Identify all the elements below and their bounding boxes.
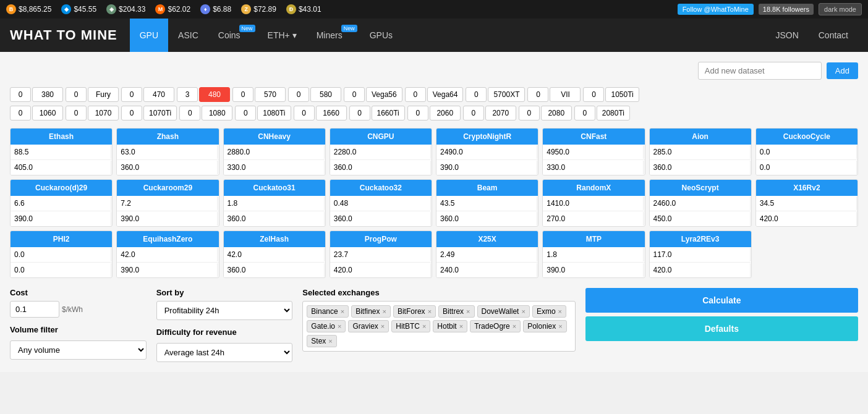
volume-select[interactable]: Any volume <box>10 340 147 360</box>
algo-hashrate-input[interactable] <box>224 145 324 159</box>
gpu-count-580[interactable] <box>288 87 309 102</box>
algo-header-ethash[interactable]: Ethash <box>11 129 112 145</box>
algo-power-input[interactable] <box>117 263 217 277</box>
dataset-input[interactable] <box>698 62 822 80</box>
exchange-remove[interactable]: × <box>341 308 344 315</box>
algo-header-cnheavy[interactable]: CNHeavy <box>224 129 325 145</box>
algo-power-input[interactable] <box>11 160 111 175</box>
algo-power-input[interactable] <box>117 160 217 175</box>
algo-header-mtp[interactable]: MTP <box>543 231 644 247</box>
algo-power-input[interactable] <box>224 160 324 175</box>
algo-header-cngpu[interactable]: CNGPU <box>330 129 432 145</box>
algo-hashrate-input[interactable] <box>756 145 856 159</box>
nav-gpus[interactable]: GPUs <box>360 19 402 52</box>
gpu-count-470[interactable] <box>121 87 142 102</box>
gpu-count-1050Ti[interactable] <box>583 87 604 102</box>
nav-gpu[interactable]: GPU <box>130 19 168 52</box>
algo-power-input[interactable] <box>224 211 324 226</box>
algo-header-zhash[interactable]: Zhash <box>117 129 218 145</box>
exchange-remove[interactable]: × <box>383 308 386 315</box>
gpu-count-Vega64[interactable] <box>405 87 426 102</box>
algo-power-input[interactable] <box>224 263 324 277</box>
gpu-count-2060[interactable] <box>407 106 428 120</box>
algo-header-x16rv2[interactable]: X16Rv2 <box>756 180 857 196</box>
algo-hashrate-input[interactable] <box>543 145 643 159</box>
algo-hashrate-input[interactable] <box>117 247 217 262</box>
algo-header-randomx[interactable]: RandomX <box>543 180 644 196</box>
algo-power-input[interactable] <box>330 211 430 226</box>
algo-hashrate-input[interactable] <box>224 247 324 262</box>
algo-power-input[interactable] <box>543 211 643 226</box>
gpu-count-2070[interactable] <box>463 106 484 120</box>
algo-power-input[interactable] <box>756 211 856 226</box>
exchange-remove[interactable]: × <box>338 323 341 330</box>
algo-header-x25x[interactable]: X25X <box>436 231 538 247</box>
algo-power-input[interactable] <box>650 263 750 277</box>
algo-hashrate-input[interactable] <box>436 145 537 159</box>
algo-power-input[interactable] <box>11 211 111 226</box>
algo-power-input[interactable] <box>117 211 217 226</box>
gpu-count-1070Ti[interactable] <box>121 106 142 120</box>
gpu-count-2080[interactable] <box>519 106 540 120</box>
algo-hashrate-input[interactable] <box>543 247 643 262</box>
algo-hashrate-input[interactable] <box>330 247 430 262</box>
diff-select[interactable]: Average last 24h <box>156 343 293 362</box>
exchange-remove[interactable]: × <box>381 323 385 330</box>
algo-hashrate-input[interactable] <box>11 196 111 211</box>
algo-power-input[interactable] <box>650 160 750 175</box>
gpu-count-Fury[interactable] <box>66 87 87 102</box>
gpu-count-Vega56[interactable] <box>344 87 365 102</box>
gpu-count-380[interactable] <box>10 87 31 102</box>
exchange-remove[interactable]: × <box>558 323 562 330</box>
exchange-remove[interactable]: × <box>521 308 525 315</box>
exchange-remove[interactable]: × <box>428 308 432 315</box>
algo-power-input[interactable] <box>543 263 643 277</box>
gpu-count-570[interactable] <box>232 87 253 102</box>
algo-hashrate-input[interactable] <box>11 145 111 159</box>
dark-mode-button[interactable]: dark mode <box>819 3 862 15</box>
algo-hashrate-input[interactable] <box>330 196 430 211</box>
algo-header-cuckoocycle[interactable]: CuckooCycle <box>756 129 857 145</box>
gpu-count-1080Ti[interactable] <box>235 106 256 120</box>
calculate-button[interactable]: Calculate <box>585 288 858 313</box>
algo-power-input[interactable] <box>436 211 537 226</box>
algo-header-phi2[interactable]: PHI2 <box>11 231 112 247</box>
algo-hashrate-input[interactable] <box>11 247 111 262</box>
algo-hashrate-input[interactable] <box>330 145 430 159</box>
gpu-count-2080Ti[interactable] <box>574 106 595 120</box>
algo-power-input[interactable] <box>436 263 537 277</box>
algo-header-cuckaroo-d-29[interactable]: Cuckaroo(d)29 <box>11 180 112 196</box>
algo-header-cuckatoo32[interactable]: Cuckatoo32 <box>330 180 432 196</box>
algo-power-input[interactable] <box>330 160 430 175</box>
nav-contact[interactable]: Contact <box>809 19 858 52</box>
algo-header-cuckaroom29[interactable]: Cuckaroom29 <box>117 180 218 196</box>
nav-asic[interactable]: ASIC <box>168 19 208 52</box>
gpu-count-1060[interactable] <box>10 106 31 120</box>
gpu-count-1660[interactable] <box>294 106 315 120</box>
algo-header-equihashzero[interactable]: EquihashZero <box>117 231 218 247</box>
algo-power-input[interactable] <box>756 160 856 175</box>
algo-power-input[interactable] <box>650 211 750 226</box>
sort-select[interactable]: Profitability 24h <box>156 301 293 320</box>
algo-header-progpow[interactable]: ProgPow <box>330 231 432 247</box>
exchange-remove[interactable]: × <box>459 323 463 330</box>
algo-header-lyra2rev3[interactable]: Lyra2REv3 <box>650 231 751 247</box>
algo-header-cnfast[interactable]: CNFast <box>543 129 644 145</box>
algo-hashrate-input[interactable] <box>650 145 750 159</box>
algo-hashrate-input[interactable] <box>543 196 643 211</box>
algo-header-zelhash[interactable]: ZelHash <box>224 231 325 247</box>
algo-hashrate-input[interactable] <box>650 247 750 262</box>
algo-hashrate-input[interactable] <box>224 196 324 211</box>
gpu-count-1080[interactable] <box>179 106 200 120</box>
algo-power-input[interactable] <box>543 160 643 175</box>
gpu-count-480[interactable] <box>177 87 198 102</box>
nav-coins[interactable]: Coins New <box>208 19 258 52</box>
gpu-count-1660Ti[interactable] <box>349 106 370 120</box>
algo-header-beam[interactable]: Beam <box>436 180 538 196</box>
algo-hashrate-input[interactable] <box>436 247 537 262</box>
algo-header-neoscrypt[interactable]: NeoScrypt <box>650 180 751 196</box>
algo-power-input[interactable] <box>436 160 537 175</box>
algo-hashrate-input[interactable] <box>756 196 856 211</box>
exchange-remove[interactable]: × <box>466 308 470 315</box>
gpu-count-5700XT[interactable] <box>466 87 487 102</box>
